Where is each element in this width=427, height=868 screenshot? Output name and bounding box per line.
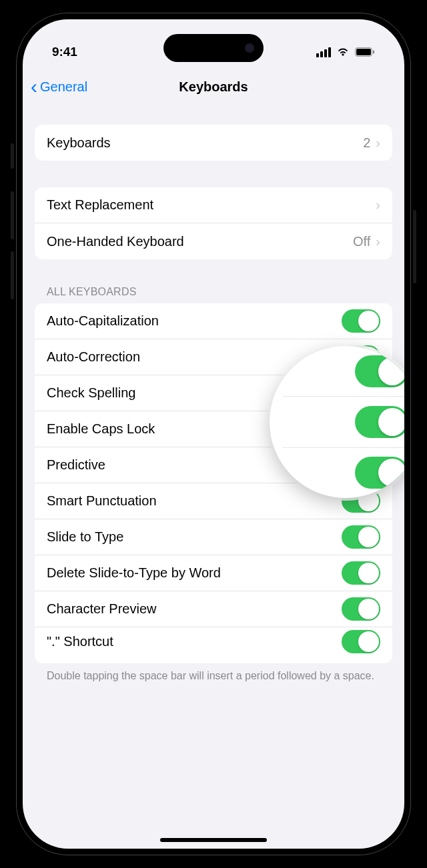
period-shortcut-toggle[interactable] bbox=[342, 630, 380, 653]
svg-rect-2 bbox=[373, 51, 374, 54]
row-label: Smart Punctuation bbox=[47, 493, 342, 509]
row-label: Character Preview bbox=[47, 601, 342, 617]
page-title: Keyboards bbox=[179, 79, 248, 95]
period-shortcut-row: "." Shortcut bbox=[35, 627, 392, 663]
slide-to-type-row: Slide to Type bbox=[35, 519, 392, 555]
status-time: 9:41 bbox=[52, 45, 77, 59]
keyboards-group: Keyboards 2 › bbox=[35, 125, 392, 161]
row-value: Off bbox=[353, 234, 370, 249]
screen: 9:41 ‹ General Keyboards bbox=[23, 19, 404, 849]
wifi-icon bbox=[336, 47, 350, 57]
footer-note: Double tapping the space bar will insert… bbox=[35, 663, 392, 683]
row-label: Keyboards bbox=[47, 135, 363, 151]
character-preview-toggle[interactable] bbox=[342, 597, 380, 621]
text-replacement-row[interactable]: Text Replacement › bbox=[35, 187, 392, 223]
volume-down-button bbox=[11, 251, 14, 299]
character-preview-row: Character Preview bbox=[35, 591, 392, 627]
row-label: Auto-Capitalization bbox=[47, 313, 342, 329]
power-button bbox=[413, 210, 416, 283]
chevron-right-icon: › bbox=[376, 135, 380, 151]
text-options-group: Text Replacement › One-Handed Keyboard O… bbox=[35, 187, 392, 259]
delete-slide-to-type-toggle[interactable] bbox=[342, 561, 380, 585]
cellular-signal-icon bbox=[316, 47, 331, 57]
delete-slide-to-type-row: Delete Slide-to-Type by Word bbox=[35, 555, 392, 591]
keyboards-row[interactable]: Keyboards 2 › bbox=[35, 125, 392, 161]
back-label: General bbox=[40, 79, 87, 95]
chevron-left-icon: ‹ bbox=[31, 77, 37, 97]
navigation-bar: ‹ General Keyboards bbox=[23, 69, 404, 105]
silent-switch bbox=[11, 143, 14, 169]
auto-capitalization-toggle[interactable] bbox=[342, 309, 380, 333]
svg-rect-1 bbox=[356, 49, 371, 55]
battery-icon bbox=[355, 47, 375, 57]
chevron-right-icon: › bbox=[376, 197, 380, 213]
volume-up-button bbox=[11, 191, 14, 239]
auto-capitalization-row: Auto-Capitalization bbox=[35, 303, 392, 339]
one-handed-keyboard-row[interactable]: One-Handed Keyboard Off › bbox=[35, 223, 392, 259]
dynamic-island bbox=[163, 34, 264, 62]
row-value: 2 bbox=[363, 135, 370, 151]
row-label: Text Replacement bbox=[47, 197, 376, 213]
row-label: Slide to Type bbox=[47, 529, 342, 545]
home-indicator[interactable] bbox=[160, 838, 267, 842]
row-label: One-Handed Keyboard bbox=[47, 234, 353, 249]
row-label: "." Shortcut bbox=[47, 634, 342, 649]
section-header-all-keyboards: ALL KEYBOARDS bbox=[35, 286, 392, 303]
phone-frame: 9:41 ‹ General Keyboards bbox=[13, 10, 414, 858]
status-indicators bbox=[316, 47, 375, 57]
magnified-toggle-icon bbox=[355, 406, 404, 438]
slide-to-type-toggle[interactable] bbox=[342, 525, 380, 549]
back-button[interactable]: ‹ General bbox=[31, 77, 87, 97]
chevron-right-icon: › bbox=[376, 234, 380, 249]
row-label: Delete Slide-to-Type by Word bbox=[47, 565, 342, 581]
